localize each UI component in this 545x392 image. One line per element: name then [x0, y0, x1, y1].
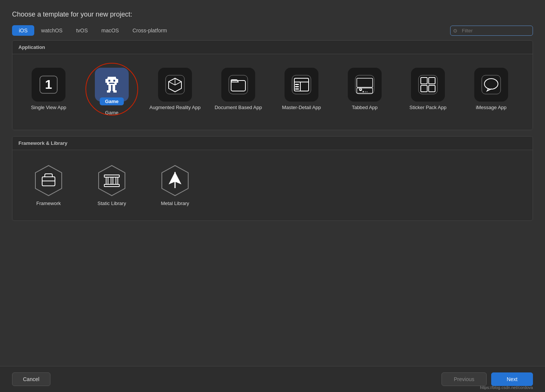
master-detail-label: Master-Detail App [282, 105, 321, 111]
ar-icon-wrap [158, 68, 192, 102]
single-view-app-icon-wrap: 1 [32, 68, 65, 102]
static-library-icon-wrap [95, 164, 129, 198]
svg-rect-25 [295, 84, 299, 85]
svg-rect-8 [105, 79, 107, 83]
dialog-title: Choose a template for your new project: [0, 0, 545, 25]
template-imessage-app[interactable]: iMessage App [461, 63, 521, 121]
template-static-library[interactable]: Static Library [82, 159, 142, 211]
doc-icon [228, 74, 248, 95]
game-icon-wrap: Game [95, 68, 129, 102]
previous-button[interactable]: Previous [441, 372, 487, 386]
game-label: Game [105, 110, 118, 116]
framework-section: Framework & Library Framework [12, 136, 533, 221]
application-section-header: Application [12, 41, 533, 54]
url-hint: https://blog.csdn.net/cordova [480, 385, 533, 390]
template-metal-library[interactable]: Metal Library [145, 159, 205, 211]
svg-rect-34 [419, 75, 437, 94]
svg-rect-26 [295, 86, 299, 87]
template-master-detail[interactable]: Master-Detail App [271, 63, 332, 121]
next-button[interactable]: Next [491, 372, 533, 386]
master-detail-icon-wrap [285, 68, 318, 102]
template-game[interactable]: Game Game [82, 63, 142, 121]
tab-macos[interactable]: macOS [94, 25, 126, 36]
svg-rect-4 [107, 78, 117, 85]
metal-library-label: Metal Library [161, 201, 189, 207]
sticker-icon [418, 74, 438, 95]
sticker-icon-wrap [411, 68, 445, 102]
svg-rect-13 [113, 90, 117, 93]
metal-library-icon [158, 164, 192, 198]
svg-rect-10 [108, 85, 111, 91]
tab-ios[interactable]: iOS [12, 25, 34, 36]
template-tabbed-app[interactable]: ★ • • Tabbed App [335, 63, 395, 121]
filter-inner: ⊙ [450, 26, 533, 36]
doc-label: Document Based App [215, 105, 262, 111]
ar-label: Augmented Reality App [149, 105, 201, 111]
metal-library-icon-wrap [158, 164, 192, 198]
imessage-icon-wrap [474, 68, 508, 102]
framework-section-body: Framework [12, 150, 533, 220]
svg-rect-9 [116, 79, 118, 83]
application-section-body: 1 Single View App [12, 54, 533, 130]
tab-watchos[interactable]: watchOS [34, 25, 69, 36]
framework-label: Framework [36, 201, 61, 207]
framework-icon [32, 164, 65, 198]
game-badge: Game [100, 97, 124, 105]
content-area: Application 1 Single View App [0, 40, 545, 366]
svg-rect-5 [108, 80, 110, 82]
template-sticker-pack[interactable]: Sticker Pack App [398, 63, 458, 121]
static-library-label: Static Library [97, 201, 126, 207]
tabbed-icon: ★ • • [355, 74, 375, 95]
filter-input[interactable] [450, 26, 533, 36]
game-icon [102, 74, 122, 95]
template-framework[interactable]: Framework [18, 159, 79, 211]
svg-text:1: 1 [45, 77, 52, 91]
framework-section-header: Framework & Library [12, 137, 533, 150]
svg-rect-12 [107, 90, 110, 93]
filter-wrap: ⊙ [450, 26, 533, 36]
svg-marker-44 [99, 166, 125, 196]
imessage-label: iMessage App [476, 105, 507, 111]
tabbed-icon-wrap: ★ • • [348, 68, 382, 102]
tab-bar: iOS watchOS tvOS macOS Cross-platform ⊙ [0, 25, 545, 36]
template-document-based[interactable]: Document Based App [208, 63, 268, 121]
imessage-icon [481, 74, 501, 95]
svg-text:★ • •: ★ • • [362, 90, 368, 93]
svg-rect-7 [109, 83, 114, 84]
dialog: Choose a template for your new project: … [0, 0, 545, 392]
single-view-app-icon: 1 [38, 74, 59, 95]
doc-icon-wrap [221, 68, 255, 102]
cancel-button[interactable]: Cancel [12, 372, 50, 386]
sticker-label: Sticker Pack App [410, 105, 446, 111]
tabbed-label: Tabbed App [352, 105, 378, 111]
bottom-bar: Cancel Previous Next [0, 366, 545, 392]
tab-crossplatform[interactable]: Cross-platform [126, 25, 174, 36]
static-library-icon [95, 164, 129, 198]
application-section: Application 1 Single View App [12, 40, 533, 130]
template-augmented-reality[interactable]: Augmented Reality App [145, 63, 205, 121]
svg-rect-27 [295, 88, 299, 90]
master-detail-icon [291, 74, 312, 95]
svg-rect-11 [113, 85, 115, 91]
ar-icon [165, 74, 185, 95]
framework-icon-wrap [32, 164, 65, 198]
template-single-view-app[interactable]: 1 Single View App [18, 63, 79, 121]
single-view-app-label: Single View App [31, 105, 66, 111]
tab-tvos[interactable]: tvOS [69, 25, 94, 36]
svg-rect-6 [113, 80, 115, 82]
